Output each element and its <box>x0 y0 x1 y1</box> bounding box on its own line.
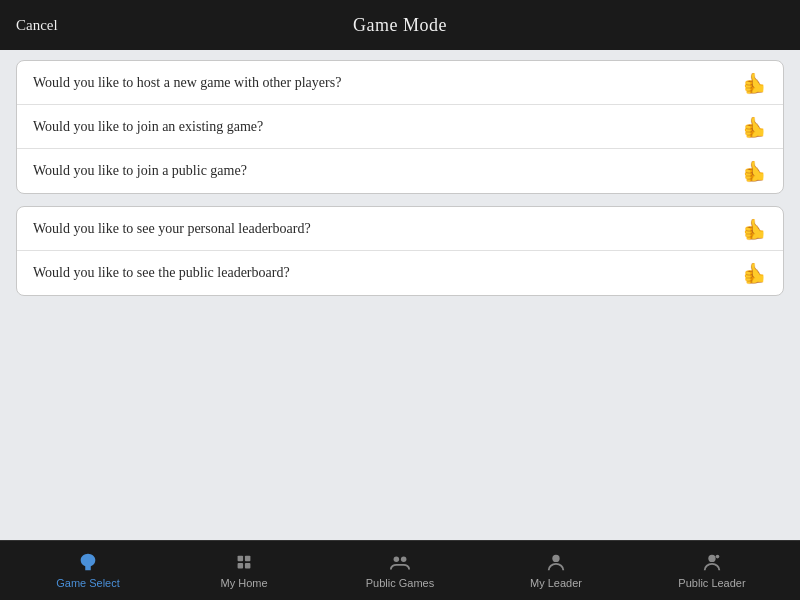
public-leaderboard-item[interactable]: Would you like to see the public leaderb… <box>17 251 783 295</box>
thumbs-up-icon: 👍 <box>742 71 767 95</box>
tab-my-home-label: My Home <box>220 577 267 589</box>
svg-point-6 <box>401 557 407 563</box>
join-public-label: Would you like to join a public game? <box>33 163 247 179</box>
join-existing-item[interactable]: Would you like to join an existing game?… <box>17 105 783 149</box>
public-games-icon <box>389 552 411 574</box>
svg-rect-3 <box>238 563 244 569</box>
my-home-icon <box>233 552 255 574</box>
tab-public-games[interactable]: Public Games <box>350 552 450 589</box>
header-title: Game Mode <box>353 15 447 36</box>
join-public-item[interactable]: Would you like to join a public game? 👍 <box>17 149 783 193</box>
tab-public-games-label: Public Games <box>366 577 434 589</box>
svg-point-9 <box>716 555 720 559</box>
public-leader-icon <box>701 552 723 574</box>
header: Cancel Game Mode <box>0 0 800 50</box>
svg-rect-2 <box>245 556 251 562</box>
main-content: Would you like to host a new game with o… <box>0 50 800 540</box>
tab-public-leader[interactable]: Public Leader <box>662 552 762 589</box>
tab-public-leader-label: Public Leader <box>678 577 745 589</box>
host-game-item[interactable]: Would you like to host a new game with o… <box>17 61 783 105</box>
tab-game-select-label: Game Select <box>56 577 120 589</box>
my-leader-icon <box>545 552 567 574</box>
cancel-button[interactable]: Cancel <box>16 17 58 34</box>
host-game-label: Would you like to host a new game with o… <box>33 75 341 91</box>
tab-game-select[interactable]: Game Select <box>38 552 138 589</box>
game-select-icon <box>77 552 99 574</box>
tab-my-leader-label: My Leader <box>530 577 582 589</box>
thumbs-up-icon: 👍 <box>742 115 767 139</box>
game-options-group: Would you like to host a new game with o… <box>16 60 784 194</box>
thumbs-up-icon: 👍 <box>742 217 767 241</box>
thumbs-up-icon: 👍 <box>742 159 767 183</box>
public-leaderboard-label: Would you like to see the public leaderb… <box>33 265 290 281</box>
personal-leaderboard-item[interactable]: Would you like to see your personal lead… <box>17 207 783 251</box>
svg-point-8 <box>708 555 715 562</box>
svg-point-7 <box>552 555 559 562</box>
svg-rect-1 <box>238 556 244 562</box>
thumbs-up-icon: 👍 <box>742 261 767 285</box>
tab-my-leader[interactable]: My Leader <box>506 552 606 589</box>
svg-point-0 <box>85 558 91 562</box>
svg-rect-4 <box>245 563 251 569</box>
tab-bar: Game Select My Home Public Games My Lead… <box>0 540 800 600</box>
svg-point-5 <box>394 557 400 563</box>
join-existing-label: Would you like to join an existing game? <box>33 119 263 135</box>
tab-my-home[interactable]: My Home <box>194 552 294 589</box>
personal-leaderboard-label: Would you like to see your personal lead… <box>33 221 311 237</box>
leaderboard-group: Would you like to see your personal lead… <box>16 206 784 296</box>
